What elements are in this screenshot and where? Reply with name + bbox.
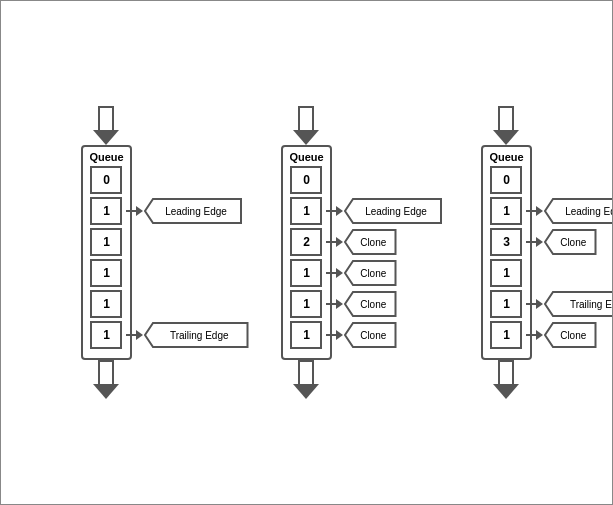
pentagon-label: Trailing Edge (143, 322, 250, 348)
arrow-tip (536, 330, 543, 340)
label-connector: Clone (326, 322, 398, 348)
queue-box: Queue01Leading Edge1111Trailing Edge (81, 145, 131, 360)
arrow-tip (536, 206, 543, 216)
arrow-tip (536, 299, 543, 309)
cell-row: 2Clone (290, 228, 322, 256)
diagram-container: Queue01Leading Edge1111Trailing Edge Que… (7, 96, 607, 409)
queue-box: Queue01Leading Edge2Clone1Clone1Clone1Cl… (281, 145, 331, 360)
cell-row: 1Clone (290, 259, 322, 287)
queue-diagram-1: Queue01Leading Edge1111Trailing Edge (81, 106, 131, 399)
queue-cell: 3 (490, 228, 522, 256)
cell-row: 1Clone (490, 321, 522, 349)
cell-row: 1 (490, 259, 522, 287)
cell-row: 1Clone (290, 290, 322, 318)
svg-text:Leading Edge: Leading Edge (566, 206, 613, 217)
arrow-out (93, 360, 119, 399)
cell-row: 1Leading Edge (490, 197, 522, 225)
pentagon-label: Leading Edge (343, 198, 443, 224)
arrow-tip (536, 237, 543, 247)
cell-row: 0 (290, 166, 322, 194)
cell-row: 1Trailing Edge (490, 290, 522, 318)
svg-text:Trailing Edge: Trailing Edge (570, 299, 613, 310)
arrow-tip (336, 330, 343, 340)
svg-text:Leading Edge: Leading Edge (166, 206, 228, 217)
cell-row: 0 (490, 166, 522, 194)
cell-row: 0 (90, 166, 122, 194)
queue-cell: 1 (90, 197, 122, 225)
pentagon-label: Leading Edge (543, 198, 613, 224)
label-connector: Leading Edge (326, 198, 443, 224)
arrow-in (293, 106, 319, 145)
label-connector: Leading Edge (526, 198, 613, 224)
arrow-tip (336, 299, 343, 309)
label-connector: Leading Edge (126, 198, 243, 224)
svg-text:Clone: Clone (361, 330, 388, 341)
queue-cell: 1 (90, 228, 122, 256)
queue-cell: 0 (490, 166, 522, 194)
svg-text:Clone: Clone (361, 268, 388, 279)
arrow-out (293, 360, 319, 399)
queue-cell: 1 (90, 290, 122, 318)
pentagon-label: Clone (543, 322, 598, 348)
cell-row: 1 (90, 228, 122, 256)
arrow-out (493, 360, 519, 399)
label-connector: Clone (526, 322, 598, 348)
pentagon-label: Leading Edge (143, 198, 243, 224)
queue-cell: 1 (90, 259, 122, 287)
queue-cell: 2 (290, 228, 322, 256)
queue-label: Queue (489, 151, 523, 163)
label-connector: Clone (326, 291, 398, 317)
cell-row: 3Clone (490, 228, 522, 256)
arrow-in (93, 106, 119, 145)
svg-text:Leading Edge: Leading Edge (366, 206, 428, 217)
svg-text:Clone: Clone (361, 237, 388, 248)
queue-cell: 1 (490, 259, 522, 287)
pentagon-label: Clone (343, 291, 398, 317)
cell-row: 1Leading Edge (90, 197, 122, 225)
queue-diagram-3: Queue01Leading Edge3Clone11Trailing Edge… (481, 106, 531, 399)
cell-row: 1Trailing Edge (90, 321, 122, 349)
label-connector: Trailing Edge (126, 322, 250, 348)
svg-text:Clone: Clone (561, 330, 588, 341)
arrow-tip (336, 268, 343, 278)
arrow-tip (136, 206, 143, 216)
queue-cell: 1 (290, 321, 322, 349)
cell-row: 1 (90, 259, 122, 287)
label-connector: Clone (326, 229, 398, 255)
svg-text:Trailing Edge: Trailing Edge (170, 330, 229, 341)
queue-label: Queue (289, 151, 323, 163)
queue-box: Queue01Leading Edge3Clone11Trailing Edge… (481, 145, 531, 360)
queue-cell: 0 (90, 166, 122, 194)
cell-row: 1 (90, 290, 122, 318)
arrow-in (493, 106, 519, 145)
queue-cell: 1 (490, 197, 522, 225)
label-connector: Trailing Edge (526, 291, 613, 317)
pentagon-label: Clone (343, 322, 398, 348)
queue-cell: 0 (290, 166, 322, 194)
label-connector: Clone (326, 260, 398, 286)
queue-cell: 1 (490, 290, 522, 318)
queue-cell: 1 (90, 321, 122, 349)
arrow-tip (136, 330, 143, 340)
queue-cell: 1 (490, 321, 522, 349)
cell-row: 1Clone (290, 321, 322, 349)
queue-cell: 1 (290, 259, 322, 287)
pentagon-label: Clone (343, 260, 398, 286)
pentagon-label: Trailing Edge (543, 291, 613, 317)
svg-text:Clone: Clone (361, 299, 388, 310)
queue-label: Queue (89, 151, 123, 163)
svg-text:Clone: Clone (561, 237, 588, 248)
pentagon-label: Clone (343, 229, 398, 255)
pentagon-label: Clone (543, 229, 598, 255)
arrow-tip (336, 237, 343, 247)
cell-row: 1Leading Edge (290, 197, 322, 225)
queue-cell: 1 (290, 290, 322, 318)
label-connector: Clone (526, 229, 598, 255)
queue-cell: 1 (290, 197, 322, 225)
arrow-tip (336, 206, 343, 216)
queue-diagram-2: Queue01Leading Edge2Clone1Clone1Clone1Cl… (281, 106, 331, 399)
